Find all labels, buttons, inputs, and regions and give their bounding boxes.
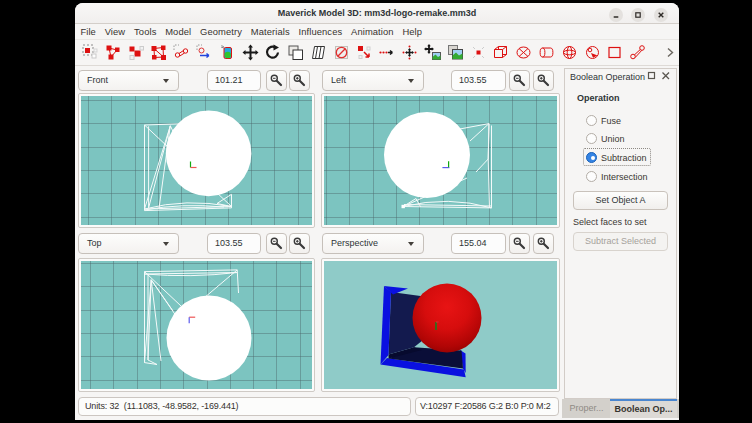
set-material-texture-icon[interactable] (447, 44, 464, 61)
radio-intersection[interactable]: Intersection (586, 169, 658, 183)
create-bone-joint-icon[interactable] (629, 44, 646, 61)
chevron-down-icon (163, 79, 169, 83)
move-tool-icon[interactable] (242, 44, 259, 61)
radio-circle (586, 171, 597, 182)
tab-properties[interactable]: Proper... (563, 399, 610, 418)
viewport-top[interactable] (78, 258, 315, 392)
select-free-vertices-icon[interactable] (82, 44, 99, 61)
menu-animation[interactable]: Animation (347, 24, 398, 40)
create-torus-icon[interactable] (584, 44, 601, 61)
dock-panel: Boolean Operation Operation Fuse Union (562, 66, 679, 420)
menu-help[interactable]: Help (398, 24, 426, 40)
zoom-in-icon (291, 235, 308, 252)
rotate-tool-icon[interactable] (264, 44, 281, 61)
select-connected-mesh-icon[interactable] (105, 44, 122, 61)
viewport3-zoom-in-button[interactable] (289, 233, 310, 254)
viewport4-zoom-out-button[interactable] (509, 233, 530, 254)
flip-icon[interactable] (356, 44, 373, 61)
menu-model[interactable]: Model (161, 24, 196, 40)
status-units: Units: 32 (11.1083, -48.9582, -169.441) (78, 397, 411, 416)
viewport-front[interactable] (78, 93, 315, 228)
status-counts: V:10297 F:20586 G:2 B:0 P:0 M:2 (415, 397, 559, 416)
viewport2-zoom-in-button[interactable] (533, 70, 554, 91)
create-cube-icon[interactable] (492, 44, 509, 61)
viewport1-zoom-out-button[interactable] (266, 70, 287, 91)
left-wireframe (324, 96, 557, 225)
tab-boolean-operation[interactable]: Boolean Op... (610, 399, 677, 418)
viewport4-zoom-in-button[interactable] (533, 233, 554, 254)
close-icon (654, 8, 668, 22)
float-panel-button[interactable] (647, 71, 657, 81)
select-groups-icon[interactable] (128, 44, 145, 61)
create-rectangle-icon[interactable] (606, 44, 623, 61)
zoom-in-icon (535, 235, 552, 252)
viewport1-view-select[interactable]: Front (78, 70, 179, 91)
zoom-in-icon (535, 72, 552, 89)
menu-view[interactable]: View (100, 24, 129, 40)
select-bone-joints-icon[interactable] (173, 44, 190, 61)
minimize-button[interactable] (609, 8, 623, 22)
create-ellipsoid-icon[interactable] (515, 44, 532, 61)
viewport-top-canvas (81, 261, 312, 389)
boolean-operation-panel: Boolean Operation Operation Fuse Union (564, 68, 677, 399)
minimize-icon (609, 8, 623, 22)
create-sphere-icon[interactable] (561, 44, 578, 61)
radio-union[interactable]: Union (586, 131, 658, 145)
delete-icon[interactable] (333, 44, 350, 61)
select-faces-hint: Select faces to set (573, 217, 647, 227)
viewport-perspective[interactable] (321, 258, 560, 392)
radio-fuse[interactable]: Fuse (586, 113, 658, 127)
move-background-image-icon[interactable] (424, 44, 441, 61)
select-faces-icon[interactable] (150, 44, 167, 61)
screen: Maverick Model 3D: mm3d-logo-remake.mm3d… (0, 0, 752, 423)
menu-tools[interactable]: Tools (130, 24, 161, 40)
maximize-button[interactable] (631, 8, 645, 22)
toolbar-overflow-icon[interactable] (664, 44, 676, 61)
close-panel-button[interactable] (661, 71, 671, 81)
subtract-selected-button[interactable]: Subtract Selected (573, 232, 668, 251)
app-window: Maverick Model 3D: mm3d-logo-remake.mm3d… (75, 3, 679, 420)
titlebar: Maverick Model 3D: mm3d-logo-remake.mm3d (75, 3, 679, 24)
chevron-down-icon (408, 242, 414, 246)
menu-materials[interactable]: Materials (246, 24, 294, 40)
create-cylinder-icon[interactable] (538, 44, 555, 61)
duplicate-icon[interactable] (287, 44, 304, 61)
viewport3-zoom-out-button[interactable] (266, 233, 287, 254)
viewport-front-canvas (81, 96, 312, 225)
zoom-out-icon (268, 72, 285, 89)
chevron-down-icon (163, 242, 169, 246)
viewport1-zoom-input[interactable]: 101.21 (207, 70, 261, 91)
viewport3-zoom-input[interactable]: 103.55 (207, 233, 261, 254)
viewport2-zoom-out-button[interactable] (509, 70, 530, 91)
menu-influences[interactable]: Influences (294, 24, 347, 40)
red-sphere (413, 284, 482, 353)
chevron-down-icon (408, 79, 414, 83)
zoom-out-icon (511, 72, 528, 89)
menubar: File View Tools Model Geometry Materials… (75, 24, 679, 40)
viewport1-zoom-in-button[interactable] (289, 70, 310, 91)
extrude-icon[interactable] (378, 44, 395, 61)
menu-file[interactable]: File (76, 24, 100, 40)
viewport3-view-select[interactable]: Top (78, 233, 179, 254)
radio-circle (586, 152, 597, 163)
set-object-a-button[interactable]: Set Object A (573, 191, 668, 210)
hide-icon[interactable] (310, 44, 327, 61)
viewport-area: Front 101.21 Left 103.55 (75, 66, 562, 420)
radio-subtraction[interactable]: Subtraction (586, 150, 658, 164)
viewport2-view-select[interactable]: Left (322, 70, 424, 91)
viewport2-zoom-input[interactable]: 103.55 (451, 70, 506, 91)
zoom-in-icon (291, 72, 308, 89)
menu-geometry[interactable]: Geometry (196, 24, 247, 40)
create-point-icon[interactable] (470, 44, 487, 61)
perspective-render (324, 261, 557, 389)
viewport4-zoom-input[interactable]: 155.04 (451, 233, 506, 254)
scale-dotted-icon[interactable] (401, 44, 418, 61)
viewport4-view-select[interactable]: Perspective (322, 233, 424, 254)
select-projections-icon[interactable] (196, 44, 213, 61)
viewport-left-canvas (324, 96, 557, 225)
close-button[interactable] (654, 8, 668, 22)
viewport-left[interactable] (321, 93, 560, 228)
zoom-out-icon (268, 235, 285, 252)
viewport-perspective-canvas (324, 261, 557, 389)
select-points-icon[interactable] (219, 44, 236, 61)
